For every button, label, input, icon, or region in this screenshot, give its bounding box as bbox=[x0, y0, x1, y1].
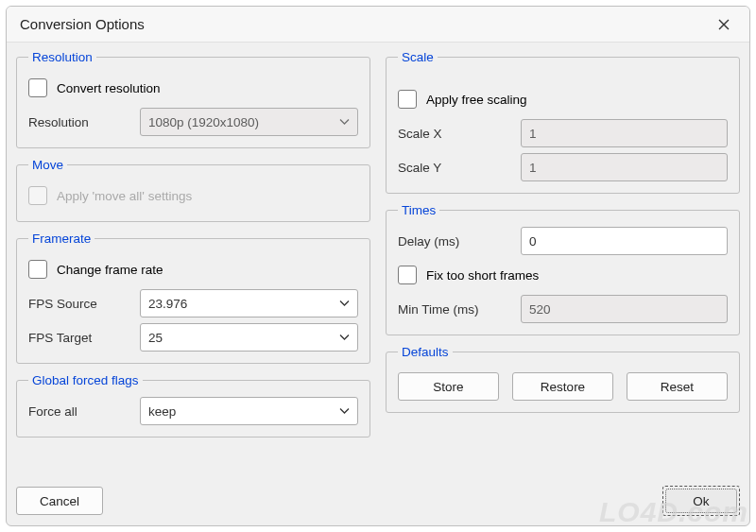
store-button[interactable]: Store bbox=[398, 372, 499, 401]
close-icon[interactable] bbox=[712, 12, 736, 37]
apply-move-label: Apply 'move all' settings bbox=[57, 189, 192, 203]
title-bar: Conversion Options bbox=[7, 7, 749, 43]
bottom-bar: Cancel Ok bbox=[7, 480, 749, 525]
scale-y-input[interactable]: 1 bbox=[521, 153, 728, 181]
apply-scaling-label: Apply free scaling bbox=[426, 93, 527, 107]
fps-target-value: 25 bbox=[148, 331, 163, 345]
fps-target-select[interactable]: 25 bbox=[140, 323, 358, 352]
delay-input[interactable]: 0 bbox=[521, 227, 728, 255]
force-all-value: keep bbox=[148, 404, 176, 419]
scale-x-input[interactable]: 1 bbox=[521, 119, 728, 147]
min-time-input[interactable]: 520 bbox=[521, 295, 728, 323]
resolution-group: Resolution Convert resolution Resolution… bbox=[16, 50, 370, 148]
move-legend: Move bbox=[28, 158, 67, 172]
global-flags-group: Global forced flags Force all keep bbox=[16, 373, 370, 438]
apply-move-checkbox bbox=[28, 186, 47, 205]
change-framerate-label: Change frame rate bbox=[57, 263, 163, 277]
change-framerate-checkbox[interactable] bbox=[28, 260, 47, 279]
force-all-label: Force all bbox=[28, 404, 140, 419]
chevron-down-icon bbox=[339, 119, 350, 126]
resolution-label: Resolution bbox=[28, 115, 140, 129]
times-legend: Times bbox=[398, 203, 439, 217]
dialog-body: Resolution Convert resolution Resolution… bbox=[7, 43, 749, 480]
framerate-legend: Framerate bbox=[28, 232, 94, 246]
delay-label: Delay (ms) bbox=[398, 234, 521, 249]
defaults-group: Defaults Store Restore Reset bbox=[386, 345, 740, 413]
ok-button[interactable]: Ok bbox=[665, 489, 737, 513]
scale-legend: Scale bbox=[398, 50, 438, 64]
times-group: Times Delay (ms) 0 Fix too short frames … bbox=[386, 203, 740, 335]
cancel-button[interactable]: Cancel bbox=[16, 487, 103, 515]
convert-resolution-checkbox[interactable] bbox=[28, 78, 47, 97]
fps-source-select[interactable]: 23.976 bbox=[140, 289, 358, 317]
fps-target-label: FPS Target bbox=[28, 331, 140, 345]
window-title: Conversion Options bbox=[20, 16, 712, 32]
move-group: Move Apply 'move all' settings bbox=[16, 158, 370, 222]
chevron-down-icon bbox=[339, 300, 350, 307]
chevron-down-icon bbox=[339, 335, 350, 341]
dialog-window: Conversion Options Resolution Convert re… bbox=[6, 6, 750, 526]
chevron-down-icon bbox=[339, 408, 350, 415]
ok-button-focus: Ok bbox=[662, 486, 740, 516]
framerate-group: Framerate Change frame rate FPS Source 2… bbox=[16, 232, 370, 364]
global-flags-legend: Global forced flags bbox=[28, 373, 143, 387]
scale-y-label: Scale Y bbox=[398, 161, 521, 175]
scale-group: Scale Apply free scaling Scale X 1 Scale… bbox=[386, 50, 740, 194]
fix-frames-label: Fix too short frames bbox=[426, 268, 539, 283]
resolution-select[interactable]: 1080p (1920x1080) bbox=[140, 108, 358, 136]
restore-button[interactable]: Restore bbox=[512, 372, 613, 401]
force-all-select[interactable]: keep bbox=[140, 397, 358, 425]
apply-scaling-checkbox[interactable] bbox=[398, 90, 417, 109]
resolution-legend: Resolution bbox=[28, 50, 96, 64]
fix-frames-checkbox[interactable] bbox=[398, 266, 417, 284]
scale-x-label: Scale X bbox=[398, 127, 521, 141]
fps-source-value: 23.976 bbox=[148, 297, 187, 311]
convert-resolution-label: Convert resolution bbox=[57, 81, 161, 95]
fps-source-label: FPS Source bbox=[28, 297, 140, 311]
defaults-legend: Defaults bbox=[398, 345, 453, 359]
resolution-value: 1080p (1920x1080) bbox=[148, 115, 259, 129]
reset-button[interactable]: Reset bbox=[627, 372, 728, 401]
min-time-label: Min Time (ms) bbox=[398, 302, 521, 317]
